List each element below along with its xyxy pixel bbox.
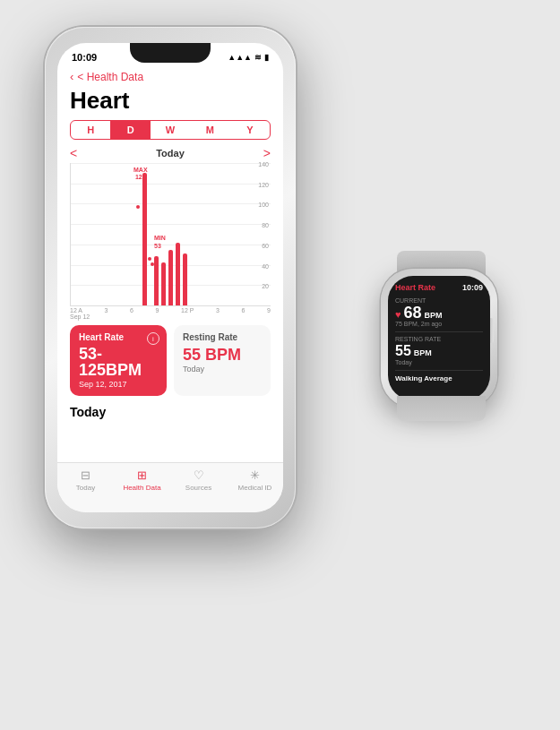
watch-resting-bpm-row: 55 BPM: [395, 343, 483, 359]
watch-walking-label: Walking Average: [395, 374, 483, 382]
watch-current-bpm: 68: [404, 305, 422, 321]
watch-current-unit: BPM: [425, 311, 443, 320]
x-label-7: 9: [267, 307, 271, 313]
tab-health-label: Health Data: [123, 484, 160, 492]
heart-rate-title: Heart Rate: [79, 332, 158, 342]
watch-divider-2: [395, 370, 483, 371]
back-chevron-icon: ‹: [70, 70, 73, 83]
back-nav[interactable]: ‹ < Health Data: [57, 68, 283, 85]
heart-rate-bpm: 53-125BPM: [79, 346, 158, 378]
chart-x-sub: Sep 12: [57, 313, 283, 320]
tab-m[interactable]: M: [190, 121, 229, 139]
time-tabs: H D W M Y: [70, 120, 271, 140]
bar-dot-3: [151, 262, 154, 266]
x-label-2: 6: [130, 307, 134, 313]
watch-current-bpm-row: ♥ 68 BPM: [395, 305, 483, 321]
tab-today-icon: ⊟: [81, 468, 90, 482]
chart-bar-cluster: [154, 243, 187, 305]
tab-w[interactable]: W: [151, 121, 190, 139]
tab-today[interactable]: ⊟ Today: [57, 468, 114, 492]
notch: [130, 43, 211, 63]
watch-band-bottom: [397, 396, 486, 421]
resting-rate-title: Resting Rate: [183, 332, 262, 342]
watch-body: Heart Rate 10:09 Current ♥ 68 BPM 75 BPM…: [381, 269, 497, 408]
page-title: Heart: [57, 85, 283, 120]
apple-watch: Heart Rate 10:09 Current ♥ 68 BPM 75 BPM…: [372, 251, 511, 421]
watch-current-label: Current: [395, 297, 483, 304]
tab-y[interactable]: Y: [230, 121, 270, 139]
tab-sources-label: Sources: [185, 484, 211, 492]
watch-heart-icon: ♥: [395, 309, 401, 320]
wifi-icon: ≋: [254, 53, 262, 62]
bottom-cards: i Heart Rate 53-125BPM Sep 12, 2017 Rest…: [70, 325, 271, 396]
tab-sources-icon: ♡: [194, 468, 204, 482]
signal-icon: ▲▲▲: [228, 53, 252, 62]
x-label-4: 12 P: [181, 307, 194, 313]
tab-d[interactable]: D: [110, 121, 150, 139]
today-section-label: Today: [57, 401, 283, 423]
bar-dot-2: [148, 257, 151, 261]
heart-rate-card: i Heart Rate 53-125BPM Sep 12, 2017: [70, 325, 167, 396]
watch-resting-section: Resting Rate 55 BPM Today: [395, 336, 483, 365]
x-label-5: 3: [216, 307, 220, 313]
status-time: 10:09: [72, 52, 97, 63]
iphone-screen: 10:09 ▲▲▲ ≋ ▮ ‹ < Health Data Heart H D …: [57, 43, 283, 512]
chart-prev-button[interactable]: <: [70, 146, 77, 160]
chart-next-button[interactable]: >: [263, 146, 271, 160]
tab-health-icon: ⊞: [137, 468, 147, 482]
status-icons: ▲▲▲ ≋ ▮: [228, 53, 269, 62]
tab-bar: ⊟ Today ⊞ Health Data ♡ Sources ✳ Medica…: [57, 462, 283, 512]
chart-period-label: Today: [156, 148, 185, 159]
watch-resting-label: Resting Rate: [395, 336, 483, 342]
tab-health-data[interactable]: ⊞ Health Data: [114, 468, 170, 492]
chart-x-labels: 12 A 3 6 9 12 P 3 6 9: [57, 306, 283, 313]
tab-medical-id[interactable]: ✳ Medical ID: [227, 468, 283, 492]
chart-min-label: MIN53: [154, 235, 166, 250]
watch-resting-sub: Today: [395, 359, 483, 365]
back-label: < Health Data: [77, 71, 143, 83]
resting-rate-card: Resting Rate 55 BPM Today: [174, 325, 271, 396]
x-label-1: 3: [105, 307, 108, 313]
info-icon[interactable]: i: [147, 332, 159, 345]
watch-resting-bpm: 55: [395, 343, 411, 359]
x-label-3: 9: [156, 307, 159, 313]
resting-rate-bpm: 55 BPM: [183, 346, 262, 365]
iphone-device: 10:09 ▲▲▲ ≋ ▮ ‹ < Health Data Heart H D …: [45, 27, 296, 528]
x-label-6: 6: [242, 307, 246, 313]
bar-dot-1: [136, 205, 140, 209]
watch-time: 10:09: [462, 283, 483, 292]
x-label-0: 12 A: [70, 307, 82, 313]
watch-screen: Heart Rate 10:09 Current ♥ 68 BPM 75 BPM…: [388, 276, 490, 400]
watch-app-title: Heart Rate: [395, 283, 435, 292]
tab-today-label: Today: [76, 484, 95, 492]
scene: 10:09 ▲▲▲ ≋ ▮ ‹ < Health Data Heart H D …: [0, 0, 560, 730]
battery-icon: ▮: [264, 53, 269, 62]
watch-current-sub: 75 BPM, 2m ago: [395, 321, 483, 327]
tab-medical-label: Medical ID: [238, 484, 272, 492]
watch-current-section: Current ♥ 68 BPM 75 BPM, 2m ago: [395, 297, 483, 327]
watch-resting-unit: BPM: [414, 348, 432, 357]
resting-rate-sub: Today: [183, 365, 262, 374]
tab-medical-icon: ✳: [250, 468, 260, 482]
chart-area: 140 120 100 80 60 40 20: [70, 163, 271, 306]
watch-header: Heart Rate 10:09: [395, 283, 483, 292]
heart-rate-date: Sep 12, 2017: [79, 380, 158, 389]
chart-nav: < Today >: [57, 143, 283, 163]
chart-tall-bar: [142, 173, 147, 305]
tab-h[interactable]: H: [71, 121, 110, 139]
tab-sources[interactable]: ♡ Sources: [170, 468, 227, 492]
watch-divider-1: [395, 331, 483, 332]
watch-walking-section: Walking Average: [395, 374, 483, 382]
